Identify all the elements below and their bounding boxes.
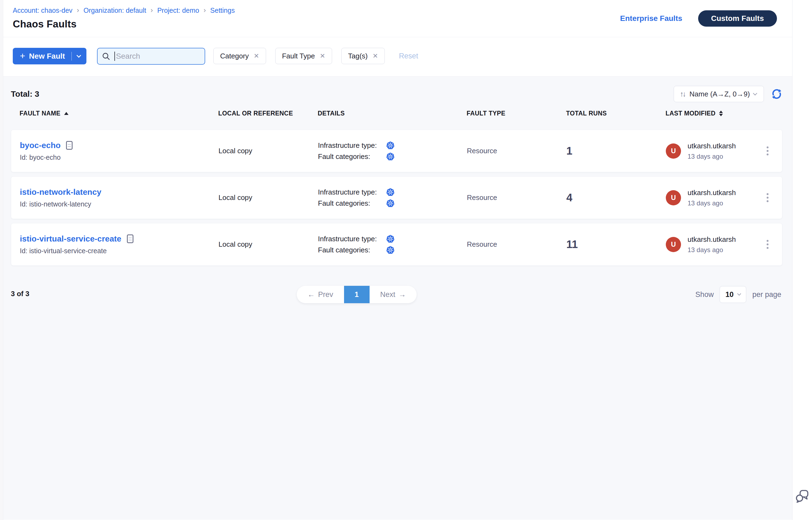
table-header: FAULT NAME LOCAL OR REFERENCE DETAILS FA… <box>11 110 782 117</box>
reset-button[interactable]: Reset <box>399 48 418 64</box>
column-fault-name[interactable]: FAULT NAME <box>20 110 218 117</box>
avatar: U <box>666 144 681 159</box>
main-panel: Account: chaos-dev › Organization: defau… <box>0 0 792 520</box>
kubernetes-icon <box>386 246 395 254</box>
chat-support-icon[interactable] <box>795 489 810 503</box>
document-icon[interactable] <box>127 234 133 243</box>
fault-type-value: Resource <box>467 240 566 249</box>
pagination-count: 3 of 3 <box>11 290 29 298</box>
fault-id: Id: istio-virtual-service-create <box>20 247 219 255</box>
page-title: Chaos Faults <box>13 19 235 30</box>
table-row[interactable]: istio-network-latency Id: istio-network-… <box>11 176 782 219</box>
breadcrumb-project[interactable]: Project: demo <box>157 6 199 15</box>
more-options-button[interactable] <box>764 144 771 158</box>
breadcrumb-separator-icon: › <box>77 6 79 15</box>
search-icon <box>102 52 110 60</box>
breadcrumb-separator-icon: › <box>151 6 153 15</box>
modified-time: 13 days ago <box>688 153 736 160</box>
chevron-down-icon <box>753 91 757 95</box>
right-panel-strip <box>793 0 812 520</box>
column-label: TOTAL RUNS <box>566 110 607 117</box>
breadcrumb-separator-icon: › <box>204 6 206 15</box>
total-runs-value: 4 <box>566 191 666 204</box>
local-or-reference-value: Local copy <box>219 240 318 249</box>
search-box[interactable] <box>97 48 205 64</box>
text-caret <box>115 52 115 61</box>
search-input[interactable] <box>116 52 200 60</box>
close-icon[interactable]: ✕ <box>373 52 378 60</box>
column-label: FAULT NAME <box>20 110 60 117</box>
fault-categories-label: Fault categories: <box>318 152 386 161</box>
prev-label: Prev <box>318 290 333 299</box>
column-label: FAULT TYPE <box>466 110 505 117</box>
kubernetes-icon <box>386 141 395 150</box>
sort-both-icon <box>719 110 723 116</box>
kubernetes-icon <box>386 188 395 197</box>
fault-type-value: Resource <box>467 147 566 155</box>
table-row[interactable]: istio-virtual-service-create Id: istio-v… <box>11 223 782 266</box>
sort-ascending-icon <box>64 112 69 115</box>
sort-arrows-icon: ↑↓ <box>680 90 685 98</box>
prev-button[interactable]: ← Prev <box>297 286 344 303</box>
per-page-label: per page <box>752 290 781 299</box>
enterprise-faults-link[interactable]: Enterprise Faults <box>620 14 682 23</box>
page-header: Account: chaos-dev › Organization: defau… <box>0 0 792 37</box>
avatar: U <box>666 237 681 252</box>
fault-id: Id: istio-network-latency <box>20 200 219 208</box>
page-size-select[interactable]: 10 <box>719 286 746 303</box>
total-runs-value: 11 <box>566 238 666 251</box>
pagination: ← Prev 1 Next → <box>297 286 416 303</box>
column-fault-type: FAULT TYPE <box>466 110 566 117</box>
toolbar: + New Fault Category ✕ Fault Type ✕ T <box>0 37 792 77</box>
table-row[interactable]: byoc-echo Id: byoc-echo Local copy Infra… <box>11 130 782 172</box>
arrow-right-icon: → <box>399 290 406 299</box>
pagination-row: 3 of 3 ← Prev 1 Next → Show 10 per page <box>11 286 782 303</box>
filter-chip-label: Fault Type <box>282 52 315 60</box>
modified-by: utkarsh.utkarsh <box>688 188 736 197</box>
new-fault-button[interactable]: + New Fault <box>13 48 86 64</box>
chevron-down-icon <box>737 292 741 295</box>
plus-icon: + <box>20 51 25 61</box>
new-fault-label: New Fault <box>29 52 65 60</box>
infrastructure-type-label: Infrastructure type: <box>318 235 386 243</box>
filter-chip-fault-type[interactable]: Fault Type ✕ <box>275 48 332 64</box>
breadcrumb-organization[interactable]: Organization: default <box>83 6 146 15</box>
document-icon[interactable] <box>66 141 73 150</box>
kubernetes-icon <box>386 199 395 208</box>
custom-faults-button[interactable]: Custom Faults <box>698 10 777 27</box>
sort-label: Name (A→Z, 0→9) <box>689 90 754 98</box>
kubernetes-icon <box>386 235 395 243</box>
local-or-reference-value: Local copy <box>219 147 318 155</box>
fault-name-link[interactable]: istio-network-latency <box>20 187 101 197</box>
close-icon[interactable]: ✕ <box>254 52 259 60</box>
refresh-icon[interactable] <box>771 88 782 100</box>
content-area: Total: 3 ↑↓ Name (A→Z, 0→9) FAULT NAME <box>0 77 792 520</box>
column-label: LAST MODIFIED <box>665 110 715 117</box>
column-total-runs: TOTAL RUNS <box>566 110 665 117</box>
infrastructure-type-label: Infrastructure type: <box>318 141 386 150</box>
close-icon[interactable]: ✕ <box>320 52 325 60</box>
more-options-button[interactable] <box>764 237 771 252</box>
fault-name-link[interactable]: byoc-echo <box>20 141 60 150</box>
column-label: DETAILS <box>318 110 345 117</box>
fault-name-link[interactable]: istio-virtual-service-create <box>20 234 122 243</box>
total-runs-value: 1 <box>566 145 666 157</box>
more-options-button[interactable] <box>764 190 771 205</box>
breadcrumb-account[interactable]: Account: chaos-dev <box>13 6 73 15</box>
breadcrumb-settings[interactable]: Settings <box>210 6 235 15</box>
page-size-value: 10 <box>725 290 733 299</box>
page-number-button[interactable]: 1 <box>344 286 370 303</box>
column-details: DETAILS <box>318 110 466 117</box>
fault-id: Id: byoc-echo <box>20 154 219 161</box>
filter-chip-tags[interactable]: Tag(s) ✕ <box>341 48 385 64</box>
chevron-down-icon[interactable] <box>77 53 81 58</box>
fault-categories-label: Fault categories: <box>318 246 386 254</box>
next-button[interactable]: Next → <box>370 286 417 303</box>
collapsed-nav-edge <box>0 0 3 520</box>
filter-chip-category[interactable]: Category ✕ <box>213 48 266 64</box>
kubernetes-icon <box>386 152 395 161</box>
page-size-control: Show 10 per page <box>695 286 781 303</box>
total-count: Total: 3 <box>11 89 39 99</box>
column-last-modified[interactable]: LAST MODIFIED <box>665 110 782 117</box>
sort-dropdown[interactable]: ↑↓ Name (A→Z, 0→9) <box>674 86 764 102</box>
